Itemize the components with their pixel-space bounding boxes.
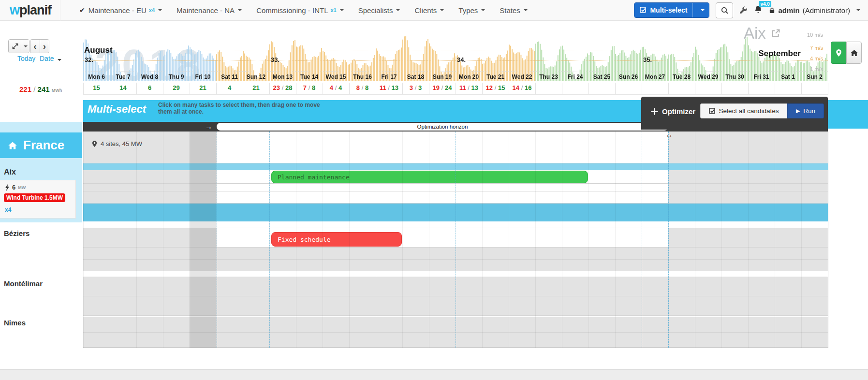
daily-count: 21 bbox=[243, 84, 269, 91]
checkbox-icon bbox=[709, 108, 716, 115]
wind-site-title: Aix bbox=[744, 24, 780, 43]
home-view-button[interactable] bbox=[846, 42, 862, 64]
day-label: Sat 11 bbox=[216, 73, 243, 80]
site-label-b-ziers[interactable]: Béziers bbox=[4, 229, 29, 237]
optimizer-label: Optimizer bbox=[651, 107, 695, 116]
horizon-edge-line bbox=[668, 132, 669, 348]
horizontal-scrollbar-track[interactable] bbox=[0, 369, 868, 380]
day-label: Wed 29 bbox=[695, 73, 721, 80]
chevron-left-icon: ‹ bbox=[33, 42, 36, 51]
nav-item-commissioning-intl[interactable]: Commissioning - INTLx1 bbox=[249, 0, 351, 21]
daily-count: 23 / 28 bbox=[269, 84, 296, 91]
day-label: Wed 15 bbox=[323, 73, 349, 80]
task-bar-fixed-schedule[interactable]: Fixed schedule bbox=[271, 232, 402, 247]
day-label: Mon 27 bbox=[642, 73, 668, 80]
day-label: Sat 18 bbox=[402, 73, 429, 80]
map-view-button[interactable] bbox=[831, 42, 846, 64]
week-start-gridline bbox=[269, 132, 270, 348]
chevron-down-icon bbox=[524, 9, 528, 11]
production-capacity: 241 bbox=[38, 85, 50, 93]
nav-item-clients[interactable]: Clients bbox=[407, 0, 451, 21]
wind-scale-label: 10 m/s bbox=[789, 32, 823, 38]
month-label-august: August bbox=[84, 45, 113, 55]
check-icon: ✔ bbox=[79, 6, 85, 14]
date-link[interactable]: Date bbox=[40, 55, 61, 62]
lock-icon bbox=[769, 7, 775, 14]
app-logo[interactable]: wplanif bbox=[10, 0, 60, 21]
production-summary: 221 / 241 MWh bbox=[19, 85, 62, 93]
day-label: Sat 1 bbox=[775, 73, 801, 80]
wind-scale-label: 7 m/s bbox=[789, 45, 823, 51]
today-link[interactable]: Today bbox=[17, 55, 35, 62]
day-label: Mon 6 bbox=[83, 73, 110, 80]
nav-items: ✔Maintenance - EUx4Maintenance - NACommi… bbox=[72, 0, 535, 21]
home-icon bbox=[8, 141, 17, 150]
select-all-candidates-button[interactable]: Select all candidates bbox=[700, 103, 787, 118]
logo-rest: planif bbox=[19, 3, 51, 18]
daily-count: 6 bbox=[136, 84, 163, 91]
notifications-button[interactable]: v4.0 bbox=[754, 5, 763, 15]
top-navbar: wplanif ✔Maintenance - EUx4Maintenance -… bbox=[0, 0, 868, 21]
day-label: Sun 19 bbox=[429, 73, 456, 80]
daily-count: 19 / 24 bbox=[429, 84, 456, 91]
search-button[interactable] bbox=[716, 2, 733, 18]
day-label: Mon 20 bbox=[456, 73, 482, 80]
daily-count: 7 / 8 bbox=[296, 84, 323, 91]
optimization-horizon-bar[interactable]: Optimization horizon bbox=[217, 123, 668, 131]
day-label: Sun 2 bbox=[801, 73, 828, 80]
site-label-aix[interactable]: Aix bbox=[4, 168, 16, 176]
day-label: Thu 23 bbox=[535, 73, 562, 80]
group-header-france[interactable]: France bbox=[0, 132, 82, 158]
grid-bottom-border bbox=[83, 348, 828, 348]
horizon-edge-line bbox=[217, 132, 217, 348]
daily-count: 14 bbox=[110, 84, 136, 91]
day-label: Fri 31 bbox=[748, 73, 775, 80]
settings-button[interactable] bbox=[739, 6, 748, 15]
user-menu[interactable]: admin (Administrator) bbox=[769, 6, 860, 15]
nav-item-states[interactable]: States bbox=[492, 0, 535, 21]
task-bar-planned-maintenance[interactable]: Planned maintenance bbox=[271, 171, 588, 183]
move-icon bbox=[651, 108, 658, 115]
chevron-down-icon bbox=[856, 9, 860, 11]
day-label: Mon 13 bbox=[269, 73, 296, 80]
nav-item-maintenance-na[interactable]: Maintenance - NA bbox=[169, 0, 249, 21]
day-label: Fri 17 bbox=[376, 73, 402, 80]
wind-scale-gridline bbox=[83, 50, 828, 50]
group-name: France bbox=[23, 138, 64, 153]
daily-count: 11 / 13 bbox=[456, 84, 482, 91]
site-label-mont-limar[interactable]: Montélimar bbox=[4, 279, 43, 288]
open-site-icon[interactable] bbox=[771, 29, 780, 38]
wind-scale-gridline bbox=[83, 71, 828, 72]
machine-count[interactable]: x4 bbox=[5, 206, 11, 213]
daily-count: 21 bbox=[190, 84, 216, 91]
daily-count: 29 bbox=[163, 84, 190, 91]
daily-count: 12 / 15 bbox=[482, 84, 509, 91]
fit-range-button[interactable] bbox=[9, 40, 22, 53]
zoom-range-button-group bbox=[8, 39, 29, 53]
wind-scale-label: 1 m/s bbox=[789, 66, 823, 72]
wind-site-name: Aix bbox=[744, 24, 766, 43]
day-label: Thu 9 bbox=[163, 73, 190, 80]
checkbox-icon bbox=[640, 7, 647, 14]
horizon-left-arrow[interactable]: → bbox=[205, 122, 212, 132]
range-caret-button[interactable] bbox=[22, 40, 29, 53]
prev-period-button[interactable]: ‹ bbox=[30, 40, 40, 53]
map-pin-icon bbox=[836, 49, 842, 57]
machine-type-badge[interactable]: Wind Turbine 1.5MW bbox=[4, 193, 65, 202]
day-label: Wed 22 bbox=[509, 73, 535, 80]
chevron-right-icon: › bbox=[43, 42, 46, 51]
expand-diagonal-icon bbox=[12, 43, 18, 49]
multi-select-caret[interactable] bbox=[692, 3, 709, 17]
nav-item-maintenance-eu[interactable]: ✔Maintenance - EUx4 bbox=[72, 0, 169, 21]
chevron-down-icon bbox=[396, 9, 400, 11]
prev-next-button-group: ‹ › bbox=[30, 39, 49, 53]
multi-select-mode-button[interactable]: Multi-select bbox=[634, 2, 709, 18]
site-power: 6MW bbox=[5, 184, 26, 191]
nav-item-specialists[interactable]: Specialists bbox=[351, 0, 408, 21]
run-optimizer-button[interactable]: ▶ Run bbox=[787, 103, 824, 118]
next-period-button[interactable]: › bbox=[40, 40, 49, 53]
nav-item-types[interactable]: Types bbox=[451, 0, 492, 21]
machine-card-aix: 6MW Wind Turbine 1.5MW x4 bbox=[0, 180, 76, 219]
site-label-nimes[interactable]: Nimes bbox=[4, 319, 26, 327]
day-label: Sun 26 bbox=[615, 73, 642, 80]
